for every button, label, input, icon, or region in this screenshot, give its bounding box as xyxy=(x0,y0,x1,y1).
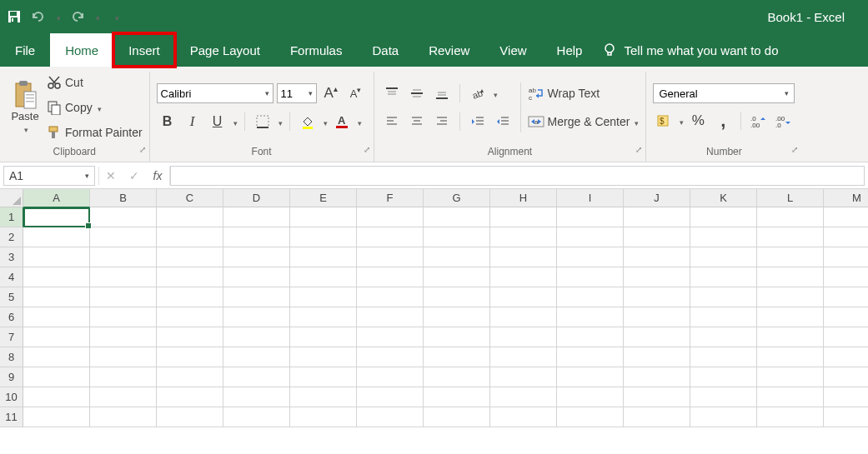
cell[interactable] xyxy=(757,227,824,247)
cell[interactable] xyxy=(490,247,557,267)
cell[interactable] xyxy=(757,367,824,387)
worksheet-grid[interactable]: ABCDEFGHIJKLM 1234567891011 xyxy=(0,189,868,454)
accounting-format-icon[interactable]: $ xyxy=(653,110,675,132)
font-color-icon[interactable]: A xyxy=(331,111,353,132)
cell[interactable] xyxy=(490,367,557,387)
cell[interactable] xyxy=(357,247,424,267)
column-header[interactable]: I xyxy=(557,189,624,207)
cell[interactable] xyxy=(690,367,757,387)
font-color-dropdown-icon[interactable] xyxy=(356,114,362,129)
merge-center-button[interactable]: a Merge & Center xyxy=(528,111,640,132)
cell[interactable] xyxy=(157,307,223,327)
cell[interactable] xyxy=(490,387,557,407)
cancel-icon[interactable]: ✕ xyxy=(99,164,123,187)
cell[interactable] xyxy=(290,327,357,347)
tab-review[interactable]: Review xyxy=(414,33,484,67)
column-header[interactable]: C xyxy=(157,189,223,207)
cell[interactable] xyxy=(23,227,90,247)
insert-function-button[interactable]: fx xyxy=(146,164,169,187)
cell[interactable] xyxy=(23,307,90,327)
cell[interactable] xyxy=(157,327,223,347)
tell-me-search[interactable]: Tell me what you want to do xyxy=(602,33,778,67)
cell[interactable] xyxy=(223,367,290,387)
cell[interactable] xyxy=(23,267,90,287)
cell[interactable] xyxy=(690,327,757,347)
cell[interactable] xyxy=(90,267,157,287)
cell[interactable] xyxy=(357,327,424,347)
cell[interactable] xyxy=(23,287,90,307)
cell[interactable] xyxy=(90,247,157,267)
cell[interactable] xyxy=(157,287,223,307)
cell[interactable] xyxy=(757,207,824,227)
cell[interactable] xyxy=(757,387,824,407)
cell[interactable] xyxy=(223,287,290,307)
copy-dropdown-icon[interactable] xyxy=(96,101,102,114)
cell[interactable] xyxy=(357,387,424,407)
cell[interactable] xyxy=(624,267,690,287)
format-painter-button[interactable]: Format Painter xyxy=(47,122,143,143)
tab-view[interactable]: View xyxy=(484,33,541,67)
cell[interactable] xyxy=(624,407,690,427)
borders-icon[interactable] xyxy=(252,111,273,132)
cell[interactable] xyxy=(357,347,424,367)
cell[interactable] xyxy=(557,247,624,267)
cell[interactable] xyxy=(424,327,490,347)
cell[interactable] xyxy=(824,267,868,287)
tab-data[interactable]: Data xyxy=(357,33,414,67)
tab-home[interactable]: Home xyxy=(50,33,113,67)
cell[interactable] xyxy=(557,287,624,307)
cell[interactable] xyxy=(557,367,624,387)
cell[interactable] xyxy=(23,347,90,367)
cell[interactable] xyxy=(757,407,824,427)
align-bottom-icon[interactable] xyxy=(431,82,453,104)
cell[interactable] xyxy=(90,307,157,327)
row-header[interactable]: 5 xyxy=(0,287,23,307)
row-header[interactable]: 6 xyxy=(0,307,23,327)
cell[interactable] xyxy=(290,367,357,387)
row-header[interactable]: 3 xyxy=(0,247,23,267)
percent-format-button[interactable]: % xyxy=(687,110,709,132)
copy-button[interactable]: Copy xyxy=(47,97,143,118)
cell[interactable] xyxy=(490,347,557,367)
cell[interactable] xyxy=(424,407,490,427)
cell[interactable] xyxy=(157,207,223,227)
cell[interactable] xyxy=(624,387,690,407)
cell[interactable] xyxy=(690,287,757,307)
cell[interactable] xyxy=(23,327,90,347)
tab-file[interactable]: File xyxy=(0,33,50,67)
cell[interactable] xyxy=(424,307,490,327)
cell[interactable] xyxy=(624,287,690,307)
cell[interactable] xyxy=(557,327,624,347)
row-header[interactable]: 4 xyxy=(0,267,23,287)
cell[interactable] xyxy=(90,387,157,407)
cell[interactable] xyxy=(424,387,490,407)
font-name-select[interactable]: Calibri▾ xyxy=(157,83,273,103)
decrease-font-icon[interactable]: A▾ xyxy=(345,82,367,104)
underline-dropdown-icon[interactable] xyxy=(232,114,238,129)
cell[interactable] xyxy=(557,347,624,367)
cell[interactable] xyxy=(757,307,824,327)
align-top-icon[interactable] xyxy=(381,82,403,104)
cell[interactable] xyxy=(223,247,290,267)
row-header[interactable]: 8 xyxy=(0,347,23,367)
select-all-triangle[interactable] xyxy=(0,189,23,207)
cell[interactable] xyxy=(90,207,157,227)
cell[interactable] xyxy=(490,287,557,307)
redo-icon[interactable] xyxy=(69,10,86,23)
cell[interactable] xyxy=(624,247,690,267)
cell[interactable] xyxy=(357,207,424,227)
bold-button[interactable]: B xyxy=(157,111,178,132)
column-header[interactable]: G xyxy=(424,189,490,207)
cell[interactable] xyxy=(90,227,157,247)
cell[interactable] xyxy=(357,227,424,247)
column-header[interactable]: E xyxy=(290,189,357,207)
orientation-icon[interactable]: ab xyxy=(467,82,489,104)
cell[interactable] xyxy=(223,267,290,287)
tab-help[interactable]: Help xyxy=(542,33,598,67)
column-header[interactable]: K xyxy=(690,189,757,207)
cell[interactable] xyxy=(490,227,557,247)
cell[interactable] xyxy=(824,327,868,347)
cell[interactable] xyxy=(757,267,824,287)
cell[interactable] xyxy=(690,387,757,407)
column-header[interactable]: J xyxy=(624,189,690,207)
